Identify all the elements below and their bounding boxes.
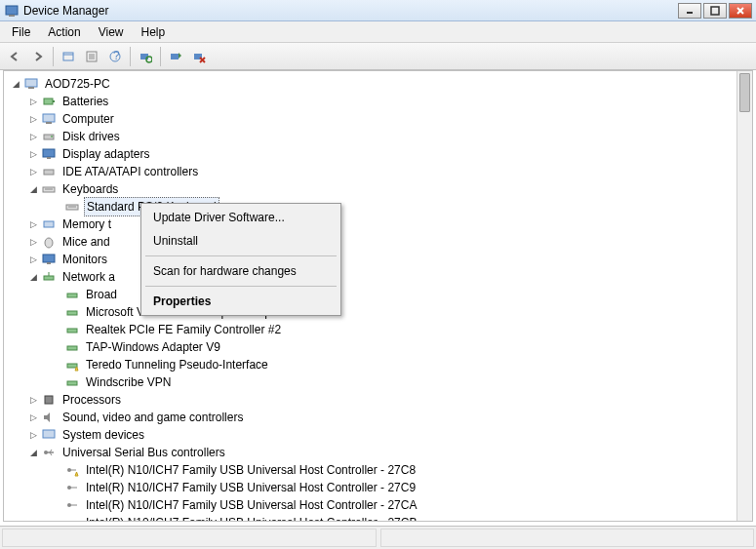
node-usb-c8[interactable]: ▷Intel(R) N10/ICH7 Family USB Universal … [6,461,750,479]
mouse-icon [41,234,57,250]
node-usb-ca[interactable]: ▷Intel(R) N10/ICH7 Family USB Universal … [6,496,750,514]
node-usb-controllers[interactable]: ◢Universal Serial Bus controllers [6,444,750,461]
node-disk-drives[interactable]: ▷Disk drives [6,128,750,145]
properties-toolbar-button[interactable] [81,46,102,67]
node-network-adapters[interactable]: ◢Network a [6,268,750,286]
usb-controller-icon [64,497,80,513]
update-driver-button[interactable] [165,46,186,67]
node-system-devices[interactable]: ▷System devices [6,426,750,444]
node-net-msvwifi[interactable]: ▷Microsoft Virtual WiFi Miniport Adapter [6,303,750,321]
expand-icon[interactable]: ▷ [27,394,39,406]
computer-icon [23,76,39,92]
forward-button[interactable] [27,46,49,67]
toolbar: ? [0,43,756,70]
collapse-icon[interactable]: ◢ [27,271,39,283]
svg-point-62 [67,521,71,522]
tree-root[interactable]: ◢ AOD725-PC [6,75,750,93]
node-usb-c9[interactable]: ▷Intel(R) N10/ICH7 Family USB Universal … [6,479,750,496]
node-net-broadcom[interactable]: ▷Broad [6,286,750,303]
network-adapter-icon [64,304,80,320]
expand-icon[interactable]: ▷ [27,131,39,142]
node-memory[interactable]: ▷Memory t [6,216,750,233]
expand-icon[interactable]: ▷ [27,412,39,423]
vertical-scrollbar[interactable] [736,71,752,521]
svg-rect-50 [43,430,55,438]
svg-rect-21 [28,87,34,89]
node-net-windscribe[interactable]: ▷Windscribe VPN [6,373,750,391]
title-bar: Device Manager [0,0,756,21]
keyboard-icon [64,199,80,215]
collapse-icon[interactable]: ◢ [27,183,39,195]
menu-action[interactable]: Action [40,23,88,41]
network-adapter-icon [64,374,80,390]
node-keyboards[interactable]: ◢Keyboards [6,180,750,198]
expand-icon[interactable]: ▷ [27,218,39,230]
collapse-icon[interactable]: ◢ [27,447,39,458]
node-standard-ps2-keyboard[interactable]: ▷Standard PS/2 Keyboard [6,198,750,216]
close-button[interactable] [729,3,752,19]
node-mice[interactable]: ▷Mice and [6,233,750,251]
help-toolbar-button[interactable]: ? [104,46,126,67]
svg-rect-0 [6,6,18,15]
memory-icon [41,216,57,232]
expand-icon[interactable]: ▷ [27,254,39,265]
node-ide-controllers[interactable]: ▷IDE ATA/ATAPI controllers [6,163,750,180]
network-icon [41,269,57,285]
network-adapter-icon [64,287,80,302]
expand-icon[interactable]: ▷ [27,113,39,125]
node-batteries[interactable]: ▷Batteries [6,93,750,110]
svg-rect-43 [67,329,77,333]
svg-rect-24 [43,114,55,122]
context-scan-hardware[interactable]: Scan for hardware changes [143,259,338,283]
maximize-button[interactable] [703,3,727,19]
context-update-driver[interactable]: Update Driver Software... [143,206,338,229]
svg-rect-42 [67,311,77,315]
node-usb-cb[interactable]: ▷Intel(R) N10/ICH7 Family USB Universal … [6,514,750,522]
node-sound[interactable]: ▷Sound, video and game controllers [6,409,750,426]
node-net-realtek[interactable]: ▷Realtek PCIe FE Family Controller #2 [6,321,750,338]
display-icon [41,146,57,162]
node-processors[interactable]: ▷Processors [6,391,750,409]
context-uninstall[interactable]: Uninstall [143,229,338,253]
svg-rect-16 [171,54,179,59]
svg-rect-45 [67,364,77,368]
usb-controller-icon [64,480,80,495]
menu-file[interactable]: File [4,23,38,41]
svg-rect-6 [63,53,73,60]
svg-rect-28 [43,149,55,157]
menu-help[interactable]: Help [134,23,174,41]
status-cell [2,529,377,547]
node-computer[interactable]: ▷Computer [6,110,750,128]
node-display-adapters[interactable]: ▷Display adapters [6,145,750,163]
collapse-icon[interactable]: ◢ [10,78,21,90]
svg-rect-30 [44,170,54,175]
monitor-icon [41,252,57,267]
processor-icon [41,392,57,408]
scrollbar-thumb[interactable] [739,73,750,112]
minimize-button[interactable] [678,3,701,19]
usb-controller-warning-icon [64,462,80,478]
show-hide-console-button[interactable] [58,46,79,67]
svg-marker-49 [44,412,50,422]
expand-icon[interactable]: ▷ [27,148,39,160]
menu-view[interactable]: View [91,23,132,41]
expand-icon[interactable]: ▷ [27,236,39,248]
context-menu: Update Driver Software... Uninstall Scan… [140,203,341,316]
node-net-tap[interactable]: ▷TAP-Windows Adapter V9 [6,338,750,356]
device-tree[interactable]: ◢ AOD725-PC ▷Batteries ▷Computer ▷Disk d… [4,71,752,522]
network-adapter-icon [64,322,80,337]
node-net-teredo[interactable]: ▷Teredo Tunneling Pseudo-Interface [6,356,750,373]
back-button[interactable] [4,46,25,67]
computer-icon [41,111,57,127]
expand-icon[interactable]: ▷ [27,429,39,441]
uninstall-toolbar-button[interactable] [188,46,210,67]
svg-rect-3 [711,7,719,15]
svg-rect-41 [67,294,77,297]
expand-icon[interactable]: ▷ [27,96,39,107]
device-tree-container: ◢ AOD725-PC ▷Batteries ▷Computer ▷Disk d… [3,70,753,522]
context-properties[interactable]: Properties [143,290,338,313]
window-title: Device Manager [23,4,678,18]
scan-hardware-button[interactable] [135,46,156,67]
expand-icon[interactable]: ▷ [27,166,39,177]
node-monitors[interactable]: ▷Monitors [6,251,750,268]
